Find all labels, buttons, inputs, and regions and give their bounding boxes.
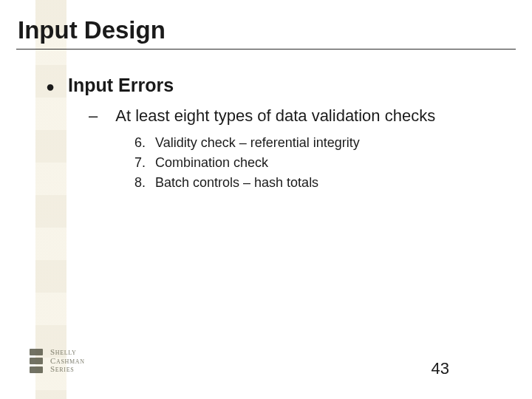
item-text: Validity check – referential integrity <box>155 135 360 151</box>
page-number: 43 <box>432 359 449 378</box>
bullet-level2: – At least eight types of data validatio… <box>0 96 532 126</box>
item-text: Combination check <box>155 155 268 171</box>
series-logo: Shelly Cashman Series <box>30 348 85 374</box>
logo-bars-icon <box>30 349 43 373</box>
numbered-list: 6. Validity check – referential integrit… <box>0 126 532 193</box>
bullet-marker: ● <box>46 79 55 94</box>
bullet-level1: ● Input Errors <box>0 50 532 96</box>
slide-title: Input Design <box>0 0 532 49</box>
dash-marker: – <box>89 106 98 126</box>
logo-text: Shelly Cashman Series <box>50 348 85 374</box>
item-number: 8. <box>134 175 155 191</box>
bullet-text: Input Errors <box>68 75 174 96</box>
slide-content: Input Design ● Input Errors – At least e… <box>0 0 532 193</box>
item-text: Batch controls – hash totals <box>155 175 318 191</box>
list-item: 8. Batch controls – hash totals <box>134 173 532 193</box>
sub-text: At least eight types of data validation … <box>115 106 435 126</box>
list-item: 6. Validity check – referential integrit… <box>134 133 532 153</box>
list-item: 7. Combination check <box>134 153 532 173</box>
logo-line3: Series <box>50 365 85 374</box>
item-number: 7. <box>134 155 155 171</box>
item-number: 6. <box>134 135 155 151</box>
